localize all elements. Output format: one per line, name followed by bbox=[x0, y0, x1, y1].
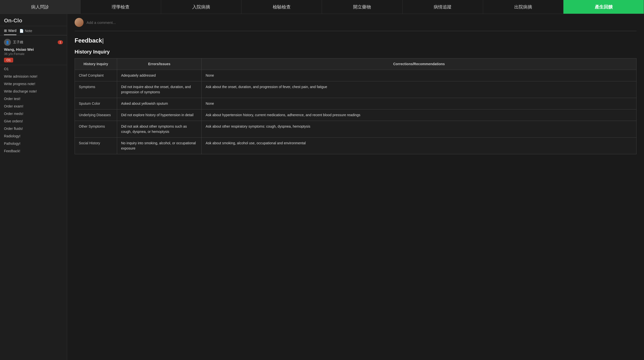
nav-item-病情追蹤[interactable]: 病情追蹤 bbox=[402, 0, 483, 14]
cell-corrections-4: Ask about other respiratory symptoms: co… bbox=[202, 121, 636, 138]
table-row-5: Social HistoryNo inquiry into smoking, a… bbox=[75, 138, 636, 154]
sidebar-tabs: ⊞ Ward 📄 Note bbox=[0, 26, 67, 35]
sidebar-item-8[interactable]: Order fluids! bbox=[0, 125, 67, 132]
table-row-0: Chief ComplaintAdequately addressedNone bbox=[75, 70, 636, 81]
table-header-row: History Inquiry Errors/Issues Correction… bbox=[75, 59, 636, 70]
comment-avatar bbox=[74, 18, 84, 27]
nav-item-理學檢查[interactable]: 理學檢查 bbox=[80, 0, 161, 14]
cell-corrections-5: Ask about smoking, alcohol use, occupati… bbox=[202, 138, 636, 154]
patient-room: O1 bbox=[4, 58, 13, 63]
feedback-heading: Feedback bbox=[74, 37, 636, 44]
cell-topic-0: Chief Complaint bbox=[75, 70, 117, 81]
cell-corrections-1: Ask about the onset, duration, and progr… bbox=[202, 81, 636, 98]
sidebar-item-6[interactable]: Order meds! bbox=[0, 110, 67, 117]
col-header-topic: History Inquiry bbox=[75, 59, 117, 70]
cell-corrections-0: None bbox=[202, 70, 636, 81]
table-row-3: Underlying DiseasesDid not explore histo… bbox=[75, 110, 636, 121]
patient-avatar-row: 👤 王子維 1 bbox=[4, 39, 63, 46]
note-tab-label: Note bbox=[25, 29, 32, 33]
nav-item-開立藥物[interactable]: 開立藥物 bbox=[322, 0, 402, 14]
history-inquiry-heading: History Inquiry bbox=[74, 49, 636, 55]
sidebar-tab-note[interactable]: 📄 Note bbox=[20, 29, 32, 35]
sidebar-items: O1Write admission note!Write progress no… bbox=[0, 65, 67, 155]
nav-item-出院病摘[interactable]: 出院病摘 bbox=[483, 0, 564, 14]
col-header-errors: Errors/Issues bbox=[117, 59, 202, 70]
table-row-1: SymptomsDid not inquire about the onset,… bbox=[75, 81, 636, 98]
nav-item-產生回饋[interactable]: 產生回饋 bbox=[564, 0, 644, 14]
nav-item-病人問診[interactable]: 病人問診 bbox=[0, 0, 80, 14]
sidebar-item-4[interactable]: Order test! bbox=[0, 95, 67, 103]
sidebar-item-3[interactable]: Write discharge note! bbox=[0, 88, 67, 95]
cell-errors-5: No inquiry into smoking, alcohol, or occ… bbox=[117, 138, 202, 154]
content-area: Feedback History Inquiry History Inquiry… bbox=[67, 14, 644, 360]
patient-full-name: Wang, Hsiao Wei bbox=[4, 47, 63, 52]
cell-topic-2: Sputum Color bbox=[75, 98, 117, 110]
cell-corrections-3: Ask about hypertension history, current … bbox=[202, 110, 636, 121]
table-row-4: Other SymptomsDid not ask about other sy… bbox=[75, 121, 636, 138]
sidebar-tab-ward[interactable]: ⊞ Ward bbox=[4, 29, 16, 35]
table-row-2: Sputum ColorAsked about yellowish sputum… bbox=[75, 98, 636, 110]
sidebar-item-7[interactable]: Give orders! bbox=[0, 117, 67, 125]
patient-badge: 1 bbox=[58, 40, 63, 44]
cell-errors-4: Did not ask about other symptoms such as… bbox=[117, 121, 202, 138]
feedback-table: History Inquiry Errors/Issues Correction… bbox=[74, 58, 636, 154]
cell-corrections-2: None bbox=[202, 98, 636, 110]
patient-avatar: 👤 bbox=[4, 39, 11, 46]
patient-avatar-icon: 👤 bbox=[6, 41, 10, 44]
sidebar-logo: On-Clo bbox=[0, 14, 67, 26]
patient-meta: 36 y/o Female bbox=[4, 52, 63, 56]
sidebar-item-0[interactable]: O1 bbox=[0, 65, 67, 73]
note-icon: 📄 bbox=[20, 29, 24, 33]
feedback-section: Feedback History Inquiry History Inquiry… bbox=[74, 37, 636, 154]
cell-errors-2: Asked about yellowish sputum bbox=[117, 98, 202, 110]
nav-item-入院病摘[interactable]: 入院病摘 bbox=[161, 0, 242, 14]
sidebar-item-11[interactable]: Feedback! bbox=[0, 147, 67, 155]
ward-icon: ⊞ bbox=[4, 29, 7, 33]
sidebar-item-10[interactable]: Pathology! bbox=[0, 140, 67, 147]
sidebar-item-1[interactable]: Write admission note! bbox=[0, 73, 67, 80]
comment-input[interactable] bbox=[86, 21, 636, 25]
comment-bar bbox=[74, 14, 636, 31]
sidebar-item-9[interactable]: Radiology! bbox=[0, 132, 67, 140]
cell-errors-0: Adequately addressed bbox=[117, 70, 202, 81]
sidebar-item-2[interactable]: Write progress note! bbox=[0, 80, 67, 88]
col-header-corrections: Corrections/Recommendations bbox=[202, 59, 636, 70]
ward-tab-label: Ward bbox=[8, 29, 16, 33]
feedback-table-body: Chief ComplaintAdequately addressedNoneS… bbox=[75, 70, 636, 154]
top-nav: 病人問診理學檢查入院病摘檢驗檢查開立藥物病情追蹤出院病摘產生回饋 bbox=[0, 0, 644, 14]
cell-errors-3: Did not explore history of hypertension … bbox=[117, 110, 202, 121]
comment-avatar-img bbox=[74, 18, 84, 27]
cell-topic-4: Other Symptoms bbox=[75, 121, 117, 138]
nav-item-檢驗檢查[interactable]: 檢驗檢查 bbox=[242, 0, 322, 14]
patient-info: 👤 王子維 1 Wang, Hsiao Wei 36 y/o Female O1 bbox=[0, 35, 67, 65]
cell-errors-1: Did not inquire about the onset, duratio… bbox=[117, 81, 202, 98]
sidebar: On-Clo ⊞ Ward 📄 Note 👤 王子維 1 Wang, Hsiao… bbox=[0, 14, 67, 360]
patient-chinese-name: 王子維 bbox=[13, 40, 23, 45]
cell-topic-5: Social History bbox=[75, 138, 117, 154]
main-layout: On-Clo ⊞ Ward 📄 Note 👤 王子維 1 Wang, Hsiao… bbox=[0, 14, 644, 360]
sidebar-item-5[interactable]: Order exam! bbox=[0, 103, 67, 110]
cell-topic-3: Underlying Diseases bbox=[75, 110, 117, 121]
cell-topic-1: Symptoms bbox=[75, 81, 117, 98]
